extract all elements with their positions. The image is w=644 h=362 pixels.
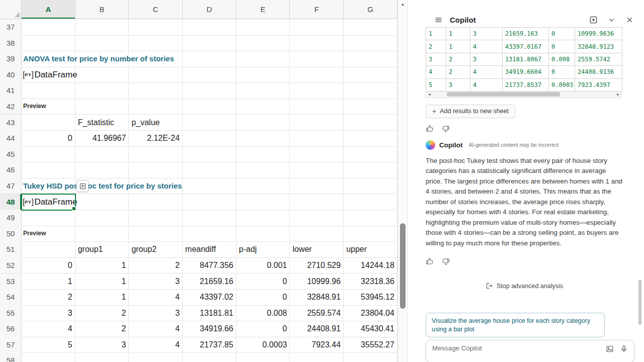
row-header-57[interactable]: 57 <box>0 337 22 353</box>
cell-A39[interactable]: ANOVA test for price by number of storie… <box>22 51 75 67</box>
cell-F57[interactable]: 7923.44 <box>290 337 344 353</box>
panel-scrollbar-thumb[interactable] <box>638 280 641 325</box>
sheet-vertical-scrollbar[interactable]: ▲ <box>397 0 408 362</box>
cell-B38[interactable] <box>75 35 129 52</box>
thumbs-down-icon[interactable] <box>442 125 450 133</box>
cell-C48[interactable] <box>129 194 183 211</box>
cell-A49[interactable] <box>22 210 75 226</box>
cell-A41[interactable] <box>22 82 75 99</box>
cell-G37[interactable] <box>344 19 397 36</box>
cell-C55[interactable]: 3 <box>129 305 183 322</box>
cell-E54[interactable]: 0 <box>236 289 290 306</box>
cell-F56[interactable]: 24408.91 <box>290 321 344 337</box>
cell-F52[interactable]: 2710.529 <box>290 257 344 274</box>
row-header-55[interactable]: 55 <box>0 305 22 322</box>
cell-E38[interactable] <box>236 35 290 52</box>
row-header-39[interactable]: 39 <box>0 51 22 67</box>
cell-E58[interactable] <box>236 352 290 362</box>
cell-G47[interactable] <box>344 178 397 195</box>
cell-E39[interactable] <box>236 51 290 67</box>
cell-A51[interactable] <box>22 241 75 258</box>
cell-A37[interactable] <box>22 19 75 36</box>
cell-C42[interactable] <box>129 99 183 115</box>
stop-advanced-analysis-button[interactable]: Stop advanced analysis <box>486 282 563 290</box>
cell-G56[interactable]: 45430.41 <box>344 321 397 337</box>
cell-E50[interactable] <box>236 226 290 242</box>
row-header-44[interactable]: 44 <box>0 130 22 147</box>
cell-D48[interactable] <box>183 194 236 211</box>
close-button[interactable] <box>624 14 635 25</box>
cell-C43[interactable]: p_value <box>129 115 183 131</box>
row-header-56[interactable]: 56 <box>0 321 22 337</box>
cell-D53[interactable]: 21659.16 <box>183 274 236 290</box>
menu-button[interactable] <box>433 14 444 25</box>
cell-F49[interactable] <box>290 210 344 226</box>
cell-E47[interactable] <box>236 178 290 195</box>
column-header-A[interactable]: A <box>22 0 75 19</box>
result-table-horizontal-scrollbar[interactable]: ◄ ► <box>426 92 622 98</box>
cell-B52[interactable]: 1 <box>75 257 129 274</box>
cell-F45[interactable] <box>290 146 344 163</box>
scroll-up-arrow-icon[interactable]: ▲ <box>398 0 408 9</box>
cell-A45[interactable] <box>22 146 75 163</box>
cell-F54[interactable]: 32848.91 <box>290 289 344 306</box>
cell-C58[interactable] <box>129 352 183 362</box>
cell-G41[interactable] <box>344 82 397 99</box>
cell-A58[interactable] <box>22 352 75 362</box>
cell-G46[interactable] <box>344 162 397 178</box>
data-card-icon[interactable] <box>76 180 89 192</box>
cell-D37[interactable] <box>183 19 236 36</box>
cell-C45[interactable] <box>129 146 183 163</box>
cell-E52[interactable]: 0.001 <box>236 257 290 274</box>
cell-D46[interactable] <box>183 162 236 178</box>
cell-C46[interactable] <box>129 162 183 178</box>
cell-B56[interactable]: 2 <box>75 321 129 337</box>
cell-G55[interactable]: 23804.04 <box>344 305 397 322</box>
cell-A38[interactable] <box>22 35 75 52</box>
cell-E57[interactable]: 0.0003 <box>236 337 290 353</box>
cell-B41[interactable] <box>75 82 129 99</box>
cell-E51[interactable]: p-adj <box>236 241 290 258</box>
cell-D49[interactable] <box>183 210 236 226</box>
row-header-43[interactable]: 43 <box>0 115 22 131</box>
cell-G40[interactable] <box>344 67 397 83</box>
cell-D43[interactable] <box>183 115 236 131</box>
cell-B55[interactable]: 2 <box>75 305 129 322</box>
cell-A42[interactable]: Preview <box>22 99 75 115</box>
cell-F44[interactable] <box>290 130 344 147</box>
cell-B53[interactable]: 1 <box>75 274 129 290</box>
cell-F40[interactable] <box>290 67 344 83</box>
cell-D58[interactable] <box>183 352 236 362</box>
cell-F55[interactable]: 2559.574 <box>290 305 344 322</box>
mic-icon[interactable] <box>620 345 628 353</box>
cell-F48[interactable] <box>290 194 344 211</box>
cell-B40[interactable] <box>75 67 129 83</box>
collapse-chevron-button[interactable] <box>606 14 617 25</box>
cell-G54[interactable]: 53945.12 <box>344 289 397 306</box>
cell-B49[interactable] <box>75 210 129 226</box>
cell-G53[interactable]: 32318.36 <box>344 274 397 290</box>
row-header-42[interactable]: 42 <box>0 99 22 115</box>
cell-B37[interactable] <box>75 19 129 36</box>
cell-B46[interactable] <box>75 162 129 178</box>
cell-B42[interactable] <box>75 99 129 115</box>
row-header-38[interactable]: 38 <box>0 35 22 52</box>
cell-G58[interactable] <box>344 352 397 362</box>
row-header-45[interactable]: 45 <box>0 146 22 163</box>
cell-E42[interactable] <box>236 99 290 115</box>
cell-A54[interactable]: 2 <box>22 289 75 306</box>
cell-E56[interactable]: 0 <box>236 321 290 337</box>
cell-B58[interactable] <box>75 352 129 362</box>
row-header-54[interactable]: 54 <box>0 289 22 306</box>
cell-E40[interactable] <box>236 67 290 83</box>
cell-B43[interactable]: F_statistic <box>75 115 129 131</box>
cell-D55[interactable]: 13181.81 <box>183 305 236 322</box>
cell-D45[interactable] <box>183 146 236 163</box>
cell-E53[interactable]: 0 <box>236 274 290 290</box>
row-header-47[interactable]: 47 <box>0 178 22 195</box>
cell-E46[interactable] <box>236 162 290 178</box>
scroll-left-arrow-icon[interactable]: ◄ <box>426 93 433 96</box>
cell-C57[interactable]: 4 <box>129 337 183 353</box>
cell-A46[interactable] <box>22 162 75 178</box>
cell-D44[interactable] <box>183 130 236 147</box>
